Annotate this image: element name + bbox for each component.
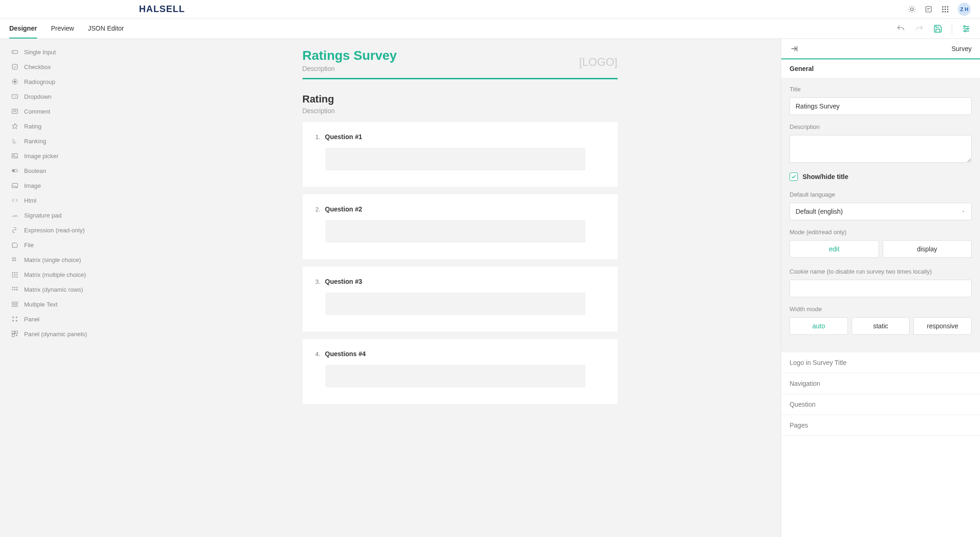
question-input[interactable] <box>326 293 585 315</box>
toolbox-item-function[interactable]: Expression (read-only) <box>0 223 139 237</box>
toolbox-item-comment[interactable]: Comment <box>0 104 139 119</box>
redo-icon[interactable] <box>915 24 924 33</box>
mode-label: Mode (edit/read only) <box>790 229 972 236</box>
lang-select[interactable]: Default (english) <box>790 203 972 220</box>
title-input[interactable] <box>790 97 972 115</box>
mode-display-button[interactable]: display <box>883 240 972 258</box>
width-label: Width mode <box>790 306 972 313</box>
toolbox-item-ranking[interactable]: Ranking <box>0 134 139 148</box>
collapse-panel-icon[interactable] <box>790 44 799 53</box>
width-auto-button[interactable]: auto <box>790 317 848 335</box>
radio-icon <box>11 78 19 85</box>
section-description[interactable]: Description <box>303 107 618 115</box>
width-static-button[interactable]: static <box>852 317 910 335</box>
tab-json[interactable]: JSON Editor <box>88 19 124 38</box>
dropdown-icon <box>11 93 19 100</box>
separator <box>952 23 952 34</box>
svg-point-39 <box>12 287 13 288</box>
undo-icon[interactable] <box>896 24 905 33</box>
star-icon <box>11 122 19 130</box>
question-card[interactable]: 3.Question #3 <box>303 267 618 332</box>
toolbox-item-matrix-dyn[interactable]: Matrix (dynamic rows) <box>0 282 139 297</box>
toolbox-item-matrix-single[interactable]: Matrix (single choice) <box>0 252 139 267</box>
accordion-item[interactable]: Question <box>781 394 980 415</box>
toolbox-item-label: Signature pad <box>24 212 62 219</box>
svg-point-41 <box>17 287 18 288</box>
properties-panel: Survey General Title Description Show/hi… <box>781 39 980 537</box>
toolbox-item-radio[interactable]: Radiogroup <box>0 74 139 89</box>
save-icon[interactable] <box>933 24 942 33</box>
toolbox-item-label: Matrix (multiple choice) <box>24 271 86 278</box>
toolbox-item-signature[interactable]: Signature pad <box>0 208 139 223</box>
toolbox-item-html[interactable]: Html <box>0 193 139 208</box>
toolbox-item-text-input[interactable]: Single Input <box>0 45 139 59</box>
toolbox-item-star[interactable]: Rating <box>0 119 139 134</box>
accordion-item[interactable]: Logo in Survey Title <box>781 352 980 373</box>
signature-icon <box>11 211 19 219</box>
toolbox-item-checkbox[interactable]: Checkbox <box>0 59 139 74</box>
theme-icon[interactable] <box>908 5 916 13</box>
section-title[interactable]: Rating <box>303 93 618 105</box>
svg-point-10 <box>947 11 948 12</box>
logo-placeholder[interactable]: [LOGO] <box>579 56 618 69</box>
question-input[interactable] <box>326 148 585 170</box>
toolbox-item-multitext[interactable]: Multiple Text <box>0 297 139 312</box>
multitext-icon <box>11 300 19 308</box>
question-input[interactable] <box>326 365 585 387</box>
matrix-dyn-icon <box>11 286 19 293</box>
settings-icon[interactable] <box>961 24 971 33</box>
svg-rect-46 <box>12 331 14 333</box>
svg-point-27 <box>14 257 16 259</box>
description-input[interactable] <box>790 135 972 163</box>
accordion-item[interactable]: Pages <box>781 415 980 436</box>
panel-section-general[interactable]: General <box>781 59 980 78</box>
apps-icon[interactable] <box>941 5 949 13</box>
width-responsive-button[interactable]: responsive <box>913 317 972 335</box>
survey-title[interactable]: Ratings Survey <box>303 48 397 63</box>
description-label: Description <box>790 123 972 130</box>
panel-icon <box>11 315 19 323</box>
file-icon <box>11 241 19 249</box>
tab-preview[interactable]: Preview <box>51 19 74 38</box>
chevron-down-icon <box>961 209 966 214</box>
svg-point-33 <box>12 275 13 275</box>
question-card[interactable]: 1.Question #1 <box>303 122 618 187</box>
toolbox-item-label: Checkbox <box>24 64 51 70</box>
toolbox-item-image-picker[interactable]: Image picker <box>0 148 139 163</box>
question-card[interactable]: 2.Question #2 <box>303 194 618 259</box>
toolbox-item-panel[interactable]: Panel <box>0 312 139 326</box>
avatar[interactable]: Z H <box>958 3 971 16</box>
toolbox-item-file[interactable]: File <box>0 237 139 252</box>
question-number: 3. <box>316 278 321 285</box>
cookie-label: Cookie name (to disable run survey two t… <box>790 268 972 275</box>
image-picker-icon <box>11 152 19 160</box>
toolbox-item-toggle[interactable]: Boolean <box>0 163 139 178</box>
tab-designer[interactable]: Designer <box>9 19 37 38</box>
toolbox-item-label: Panel (dynamic panels) <box>24 331 87 338</box>
svg-rect-14 <box>12 51 18 54</box>
svg-point-5 <box>942 8 943 10</box>
question-input[interactable] <box>326 220 585 243</box>
accordion-item[interactable]: Navigation <box>781 373 980 394</box>
cookie-input[interactable] <box>790 280 972 297</box>
question-card[interactable]: 4.Questions #4 <box>303 339 618 404</box>
toolbox-item-label: Dropdown <box>24 93 51 100</box>
toolbox-item-dropdown[interactable]: Dropdown <box>0 89 139 104</box>
toolbox-item-label: Html <box>24 197 37 204</box>
matrix-single-icon <box>11 256 19 263</box>
toolbox-item-label: Ranking <box>24 138 46 145</box>
toolbox-item-matrix-multi[interactable]: Matrix (multiple choice) <box>0 267 139 282</box>
image-icon <box>11 182 19 189</box>
toolbox-item-panel-dyn[interactable]: Panel (dynamic panels) <box>0 326 139 341</box>
survey-description[interactable]: Description <box>303 65 397 72</box>
svg-point-24 <box>13 170 14 171</box>
matrix-multi-icon <box>11 271 19 278</box>
lang-label: Default language <box>790 191 972 198</box>
comment-icon <box>11 108 19 115</box>
show-hide-label: Show/hide title <box>803 173 848 180</box>
toolbox-item-image[interactable]: Image <box>0 178 139 193</box>
show-hide-checkbox[interactable] <box>790 173 798 181</box>
mode-edit-button[interactable]: edit <box>790 240 879 258</box>
note-icon[interactable] <box>924 5 933 13</box>
toolbox-item-label: Multiple Text <box>24 301 57 308</box>
